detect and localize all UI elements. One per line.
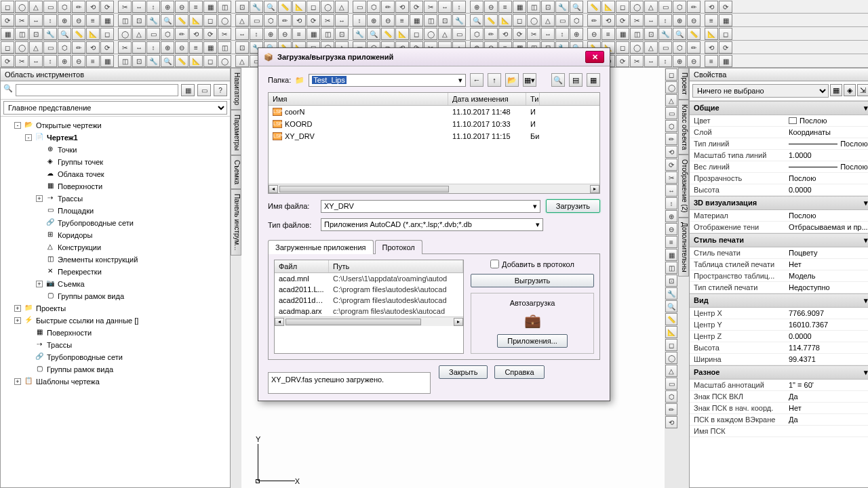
toolbar-btn[interactable]: ⟳ bbox=[616, 55, 629, 67]
filetype-combo[interactable]: Приложения AutoCAD (*.arx;*.lsp;*.dvb;*.… bbox=[321, 218, 543, 231]
prop-section-header[interactable]: Вид▾ bbox=[690, 293, 868, 308]
toolspace-btn-2[interactable]: ▭ bbox=[197, 84, 211, 96]
toolbar-btn[interactable]: △ bbox=[29, 1, 43, 13]
tree-item[interactable]: ⊕Точки bbox=[3, 144, 227, 156]
toolbar-btn[interactable]: △ bbox=[132, 28, 146, 40]
toolbar-btn[interactable]: △ bbox=[438, 28, 452, 40]
toolbar-btn[interactable]: ✏ bbox=[175, 28, 189, 40]
toolbar-btn[interactable]: ⟲ bbox=[86, 1, 100, 13]
prop-row[interactable]: Центр Z0.0000 bbox=[690, 331, 868, 342]
toolbar-btn[interactable]: ⊕ bbox=[570, 28, 583, 40]
unload-button[interactable]: Выгрузить bbox=[471, 274, 594, 287]
tree-item[interactable]: +📷Съемка bbox=[3, 278, 227, 290]
toolbar-btn[interactable]: ◻ bbox=[410, 28, 423, 40]
vtab-toolpanel[interactable]: Панель инструм... bbox=[231, 189, 241, 256]
toolbar-btn[interactable]: ↕ bbox=[658, 55, 672, 67]
toolbar-btn[interactable]: ↔ bbox=[29, 14, 43, 26]
toolbar-btn[interactable]: ✂ bbox=[15, 14, 28, 26]
toolbar-btn[interactable]: ▭ bbox=[250, 14, 263, 26]
tree-item[interactable]: 🔗Трубопроводные сети bbox=[3, 351, 227, 363]
tree-item[interactable]: ⊞Коридоры bbox=[3, 229, 227, 241]
newfolder-icon[interactable]: 📂 bbox=[505, 73, 519, 87]
right-toolbar-btn[interactable]: ⟲ bbox=[665, 416, 677, 428]
toolbar-btn[interactable]: 🔧 bbox=[146, 55, 160, 67]
toolbar-btn[interactable]: 🔍 bbox=[161, 14, 174, 26]
prop-row[interactable]: Таблица стилей печатиНет bbox=[690, 259, 868, 270]
toolbar-btn[interactable]: ⟳ bbox=[616, 14, 629, 26]
toolbar-btn[interactable]: △ bbox=[235, 55, 249, 67]
toolbar-btn[interactable]: ▭ bbox=[43, 41, 57, 54]
toolbar-btn[interactable]: ⟳ bbox=[719, 41, 732, 54]
prop-row[interactable]: Имя ПСК bbox=[690, 426, 868, 437]
toolbar-btn[interactable]: ↕ bbox=[555, 28, 569, 40]
toolbar-btn[interactable]: ◯ bbox=[118, 28, 132, 40]
toolbar-btn[interactable]: ✏ bbox=[72, 1, 85, 13]
loaded-col-path[interactable]: Путь bbox=[329, 260, 463, 272]
toolbar-btn[interactable]: ◫ bbox=[118, 55, 132, 67]
prop-row[interactable]: Ширина99.4371 bbox=[690, 354, 868, 365]
right-toolbar-btn[interactable]: ◫ bbox=[665, 262, 677, 274]
toolbar-btn[interactable]: △ bbox=[29, 41, 43, 54]
prop-row[interactable]: Тип стилей печатиНедоступно bbox=[690, 282, 868, 293]
toolbar-btn[interactable]: 📏 bbox=[484, 14, 498, 26]
right-toolbar-btn[interactable]: ⬡ bbox=[665, 390, 677, 403]
toolbar-btn[interactable]: ◻ bbox=[719, 28, 732, 40]
toolbar-btn[interactable]: ≡ bbox=[705, 55, 718, 67]
props-btn-3[interactable]: ⇲ bbox=[857, 84, 868, 96]
toolbar-btn[interactable]: ≡ bbox=[292, 28, 306, 40]
toolbar-btn[interactable]: ⟳ bbox=[203, 28, 217, 40]
toolbar-btn[interactable]: ✂ bbox=[218, 28, 231, 40]
toolbar-btn[interactable]: 🔧 bbox=[658, 28, 672, 40]
toolbar-btn[interactable]: ◯ bbox=[15, 1, 28, 13]
toolbar-btn[interactable]: 📏 bbox=[278, 1, 292, 13]
loaded-row[interactable]: acad2011.L...C:\program files\autodesk\a… bbox=[275, 284, 463, 295]
tree-item[interactable]: ▢Группы рамок вида bbox=[3, 290, 227, 302]
toolbar-btn[interactable]: ✂ bbox=[630, 55, 644, 67]
toolbar-btn[interactable]: ⬡ bbox=[367, 1, 380, 13]
toolbar-btn[interactable]: ⊕ bbox=[264, 28, 277, 40]
right-toolbar-btn[interactable]: ◯ bbox=[665, 352, 677, 364]
toolbar-btn[interactable]: ≡ bbox=[189, 1, 203, 13]
tree-item[interactable]: ⇢Трассы bbox=[3, 339, 227, 351]
toolbar-btn[interactable]: ▦ bbox=[513, 1, 526, 13]
toolbar-btn[interactable]: ⬡ bbox=[673, 1, 686, 13]
toolbar-btn[interactable]: 🔧 bbox=[146, 14, 160, 26]
toolbar-btn[interactable]: ◫ bbox=[527, 1, 540, 13]
toolbar-btn[interactable]: 📐 bbox=[189, 14, 203, 26]
loaded-apps-list[interactable]: Файл Путь acad.mnlC:\Users\1\appdata\roa… bbox=[274, 260, 464, 354]
toolbar-btn[interactable]: 📏 bbox=[175, 55, 189, 67]
toolbar-btn[interactable]: 📐 bbox=[395, 28, 409, 40]
toolbar-btn[interactable]: ↕ bbox=[452, 1, 466, 13]
prop-row[interactable]: Знак ПСК в нач. коорд.Нет bbox=[690, 403, 868, 414]
toolbar-btn[interactable]: ✏ bbox=[381, 1, 395, 13]
toolbar-btn[interactable]: ✏ bbox=[587, 14, 601, 26]
toolbar-btn[interactable]: ⟳ bbox=[410, 1, 423, 13]
toolbar-btn[interactable]: 🔍 bbox=[264, 1, 277, 13]
toolbar-btn[interactable]: ⟲ bbox=[395, 1, 409, 13]
tree-item[interactable]: ▦Поверхности bbox=[3, 180, 227, 192]
toolbar-btn[interactable]: ⟳ bbox=[307, 14, 320, 26]
help-icon[interactable]: ? bbox=[214, 84, 227, 96]
hscroll-right[interactable]: ▸ bbox=[590, 185, 599, 193]
toolbar-btn[interactable]: ⬡ bbox=[673, 41, 686, 54]
toolbar-btn[interactable]: ↕ bbox=[353, 14, 366, 26]
toolbar-btn[interactable]: ≡ bbox=[705, 14, 718, 26]
tree-item[interactable]: ✕Перекрестки bbox=[3, 266, 227, 278]
toolbar-btn[interactable]: ⬡ bbox=[470, 28, 484, 40]
toolbar-btn[interactable]: ◫ bbox=[321, 28, 334, 40]
toolbar-btn[interactable]: ✂ bbox=[118, 41, 132, 54]
right-toolbar-btn[interactable]: ↔ bbox=[665, 184, 677, 197]
toolbar-btn[interactable]: ◻ bbox=[1, 1, 14, 13]
prop-row[interactable]: Высота0.0000 bbox=[690, 184, 868, 196]
right-toolbar-btn[interactable]: ⟲ bbox=[665, 146, 677, 158]
toolbar-btn[interactable]: 🔍 bbox=[570, 1, 583, 13]
toolbar-btn[interactable]: ◫ bbox=[218, 1, 231, 13]
toolbar-btn[interactable]: ⟳ bbox=[100, 41, 114, 54]
toolbar-btn[interactable]: ▦ bbox=[410, 14, 423, 26]
right-toolbar-btn[interactable]: ✏ bbox=[665, 403, 677, 415]
props-btn-1[interactable]: ▦ bbox=[830, 84, 842, 96]
prop-section-header[interactable]: Стиль печати▾ bbox=[690, 233, 868, 247]
load-button[interactable]: Загрузить bbox=[546, 199, 600, 213]
toolbar-btn[interactable]: ◫ bbox=[630, 28, 644, 40]
toolbar-btn[interactable]: ⊡ bbox=[132, 14, 146, 26]
